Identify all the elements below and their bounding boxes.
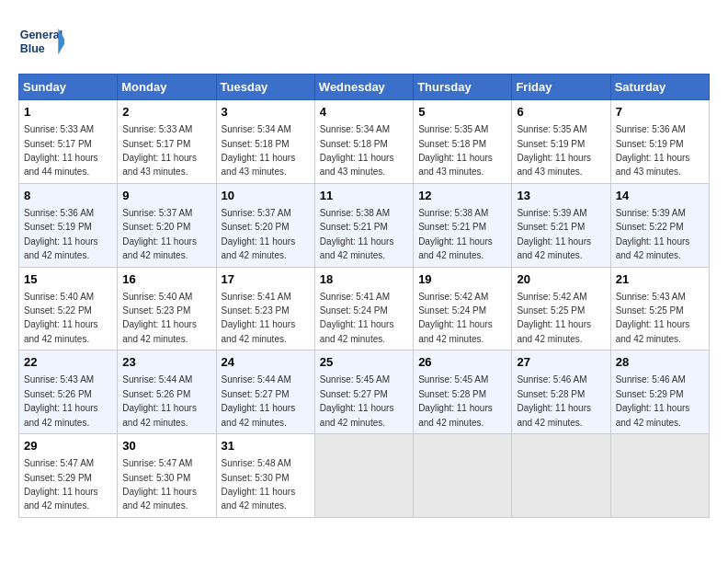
- day-info: Sunrise: 5:37 AMSunset: 5:20 PMDaylight:…: [122, 208, 197, 260]
- day-info: Sunrise: 5:39 AMSunset: 5:21 PMDaylight:…: [517, 208, 591, 260]
- day-number: 2: [122, 104, 210, 121]
- day-info: Sunrise: 5:34 AMSunset: 5:18 PMDaylight:…: [320, 124, 394, 177]
- calendar-cell: 10 Sunrise: 5:37 AMSunset: 5:20 PMDaylig…: [216, 183, 314, 267]
- day-info: Sunrise: 5:35 AMSunset: 5:18 PMDaylight:…: [418, 124, 493, 177]
- day-number: 22: [24, 354, 112, 371]
- day-number: 27: [517, 354, 605, 371]
- calendar-cell: 28 Sunrise: 5:46 AMSunset: 5:29 PMDaylig…: [610, 350, 709, 434]
- calendar-week-row: 8 Sunrise: 5:36 AMSunset: 5:19 PMDayligh…: [19, 183, 710, 267]
- weekday-header: Wednesday: [314, 75, 413, 100]
- calendar-cell: [414, 434, 512, 518]
- calendar-cell: [610, 434, 709, 518]
- calendar-cell: 8 Sunrise: 5:36 AMSunset: 5:19 PMDayligh…: [19, 183, 118, 267]
- day-info: Sunrise: 5:43 AMSunset: 5:25 PMDaylight:…: [616, 292, 690, 344]
- calendar-week-row: 1 Sunrise: 5:33 AMSunset: 5:17 PMDayligh…: [19, 100, 710, 184]
- day-info: Sunrise: 5:41 AMSunset: 5:23 PMDaylight:…: [222, 292, 296, 344]
- day-number: 23: [122, 354, 210, 371]
- day-number: 12: [418, 188, 506, 204]
- day-info: Sunrise: 5:43 AMSunset: 5:26 PMDaylight:…: [24, 374, 98, 427]
- calendar-cell: 30 Sunrise: 5:47 AMSunset: 5:30 PMDaylig…: [118, 434, 216, 518]
- calendar-cell: 7 Sunrise: 5:36 AMSunset: 5:19 PMDayligh…: [610, 100, 709, 184]
- calendar-week-row: 22 Sunrise: 5:43 AMSunset: 5:26 PMDaylig…: [19, 350, 710, 434]
- calendar-cell: 9 Sunrise: 5:37 AMSunset: 5:20 PMDayligh…: [118, 183, 216, 267]
- day-info: Sunrise: 5:47 AMSunset: 5:30 PMDaylight:…: [122, 458, 197, 511]
- calendar-header: SundayMondayTuesdayWednesdayThursdayFrid…: [19, 75, 710, 100]
- day-info: Sunrise: 5:42 AMSunset: 5:24 PMDaylight:…: [418, 292, 493, 344]
- day-number: 17: [222, 271, 310, 288]
- calendar-cell: 19 Sunrise: 5:42 AMSunset: 5:24 PMDaylig…: [414, 267, 512, 350]
- calendar-cell: 15 Sunrise: 5:40 AMSunset: 5:22 PMDaylig…: [19, 267, 118, 350]
- day-number: 3: [222, 104, 310, 121]
- day-info: Sunrise: 5:42 AMSunset: 5:25 PMDaylight:…: [517, 292, 591, 344]
- weekday-header: Tuesday: [216, 75, 314, 100]
- weekday-header-row: SundayMondayTuesdayWednesdayThursdayFrid…: [19, 75, 710, 100]
- calendar-cell: 13 Sunrise: 5:39 AMSunset: 5:21 PMDaylig…: [512, 183, 610, 267]
- day-info: Sunrise: 5:45 AMSunset: 5:27 PMDaylight:…: [320, 374, 394, 427]
- calendar-cell: 18 Sunrise: 5:41 AMSunset: 5:24 PMDaylig…: [314, 267, 413, 350]
- day-info: Sunrise: 5:44 AMSunset: 5:27 PMDaylight:…: [222, 374, 296, 427]
- day-number: 5: [418, 104, 506, 121]
- calendar-cell: [512, 434, 610, 518]
- day-number: 8: [24, 188, 112, 204]
- day-info: Sunrise: 5:47 AMSunset: 5:29 PMDaylight:…: [24, 458, 98, 511]
- day-number: 9: [122, 188, 210, 204]
- day-number: 24: [222, 354, 310, 371]
- calendar-cell: 26 Sunrise: 5:45 AMSunset: 5:28 PMDaylig…: [414, 350, 512, 434]
- calendar-cell: 3 Sunrise: 5:34 AMSunset: 5:18 PMDayligh…: [216, 100, 314, 184]
- day-number: 6: [517, 104, 605, 121]
- day-info: Sunrise: 5:33 AMSunset: 5:17 PMDaylight:…: [24, 124, 98, 177]
- calendar-cell: 31 Sunrise: 5:48 AMSunset: 5:30 PMDaylig…: [216, 434, 314, 518]
- calendar-body: 1 Sunrise: 5:33 AMSunset: 5:17 PMDayligh…: [19, 100, 710, 518]
- day-info: Sunrise: 5:46 AMSunset: 5:29 PMDaylight:…: [616, 374, 690, 427]
- logo-icon: General Blue: [18, 18, 64, 64]
- day-info: Sunrise: 5:33 AMSunset: 5:17 PMDaylight:…: [122, 124, 197, 177]
- calendar-cell: 12 Sunrise: 5:38 AMSunset: 5:21 PMDaylig…: [414, 183, 512, 267]
- day-number: 20: [517, 271, 605, 288]
- calendar-week-row: 15 Sunrise: 5:40 AMSunset: 5:22 PMDaylig…: [19, 267, 710, 350]
- day-info: Sunrise: 5:45 AMSunset: 5:28 PMDaylight:…: [418, 374, 493, 427]
- calendar-cell: 29 Sunrise: 5:47 AMSunset: 5:29 PMDaylig…: [19, 434, 118, 518]
- calendar-cell: 17 Sunrise: 5:41 AMSunset: 5:23 PMDaylig…: [216, 267, 314, 350]
- day-info: Sunrise: 5:48 AMSunset: 5:30 PMDaylight:…: [222, 458, 296, 511]
- calendar-cell: 27 Sunrise: 5:46 AMSunset: 5:28 PMDaylig…: [512, 350, 610, 434]
- calendar-cell: 20 Sunrise: 5:42 AMSunset: 5:25 PMDaylig…: [512, 267, 610, 350]
- day-number: 15: [24, 271, 112, 288]
- weekday-header: Sunday: [19, 75, 118, 100]
- svg-text:Blue: Blue: [20, 43, 45, 56]
- calendar-cell: 14 Sunrise: 5:39 AMSunset: 5:22 PMDaylig…: [610, 183, 709, 267]
- calendar-cell: 25 Sunrise: 5:45 AMSunset: 5:27 PMDaylig…: [314, 350, 413, 434]
- calendar-cell: [314, 434, 413, 518]
- calendar-cell: 2 Sunrise: 5:33 AMSunset: 5:17 PMDayligh…: [118, 100, 216, 184]
- day-info: Sunrise: 5:46 AMSunset: 5:28 PMDaylight:…: [517, 374, 591, 427]
- calendar-cell: 5 Sunrise: 5:35 AMSunset: 5:18 PMDayligh…: [414, 100, 512, 184]
- calendar-cell: 11 Sunrise: 5:38 AMSunset: 5:21 PMDaylig…: [314, 183, 413, 267]
- day-number: 14: [616, 188, 704, 204]
- calendar-cell: 24 Sunrise: 5:44 AMSunset: 5:27 PMDaylig…: [216, 350, 314, 434]
- day-info: Sunrise: 5:41 AMSunset: 5:24 PMDaylight:…: [320, 292, 394, 344]
- day-info: Sunrise: 5:39 AMSunset: 5:22 PMDaylight:…: [616, 208, 690, 260]
- day-number: 18: [320, 271, 408, 288]
- calendar-cell: 6 Sunrise: 5:35 AMSunset: 5:19 PMDayligh…: [512, 100, 610, 184]
- day-number: 28: [616, 354, 704, 371]
- day-number: 19: [418, 271, 506, 288]
- day-number: 31: [222, 438, 310, 454]
- day-info: Sunrise: 5:34 AMSunset: 5:18 PMDaylight:…: [222, 124, 296, 177]
- calendar-cell: 21 Sunrise: 5:43 AMSunset: 5:25 PMDaylig…: [610, 267, 709, 350]
- day-number: 30: [122, 438, 210, 454]
- day-info: Sunrise: 5:35 AMSunset: 5:19 PMDaylight:…: [517, 124, 591, 177]
- calendar-cell: 23 Sunrise: 5:44 AMSunset: 5:26 PMDaylig…: [118, 350, 216, 434]
- calendar-cell: 22 Sunrise: 5:43 AMSunset: 5:26 PMDaylig…: [19, 350, 118, 434]
- day-info: Sunrise: 5:40 AMSunset: 5:23 PMDaylight:…: [122, 292, 197, 344]
- day-info: Sunrise: 5:40 AMSunset: 5:22 PMDaylight:…: [24, 292, 98, 344]
- calendar-cell: 4 Sunrise: 5:34 AMSunset: 5:18 PMDayligh…: [314, 100, 413, 184]
- day-info: Sunrise: 5:38 AMSunset: 5:21 PMDaylight:…: [418, 208, 493, 260]
- calendar-cell: 16 Sunrise: 5:40 AMSunset: 5:23 PMDaylig…: [118, 267, 216, 350]
- calendar-week-row: 29 Sunrise: 5:47 AMSunset: 5:29 PMDaylig…: [19, 434, 710, 518]
- day-info: Sunrise: 5:38 AMSunset: 5:21 PMDaylight:…: [320, 208, 394, 260]
- day-number: 21: [616, 271, 704, 288]
- day-number: 16: [122, 271, 210, 288]
- day-info: Sunrise: 5:36 AMSunset: 5:19 PMDaylight:…: [24, 208, 98, 260]
- day-info: Sunrise: 5:44 AMSunset: 5:26 PMDaylight:…: [122, 374, 197, 427]
- day-info: Sunrise: 5:37 AMSunset: 5:20 PMDaylight:…: [222, 208, 296, 260]
- logo: General Blue: [18, 18, 64, 64]
